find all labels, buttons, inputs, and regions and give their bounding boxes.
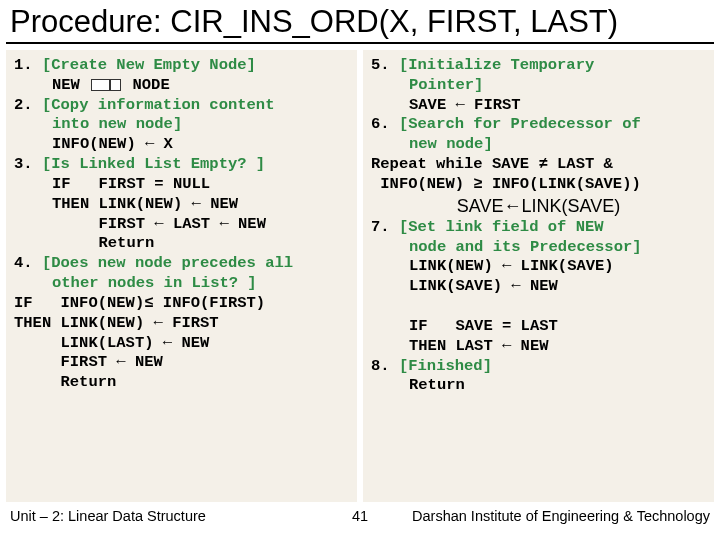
step6-line3: SAVE←LINK(SAVE): [371, 195, 706, 218]
step7-num: 7.: [371, 218, 390, 236]
left-column: 1. [Create New Empty Node] NEW NODE 2. […: [6, 50, 357, 502]
step1-line1a: NEW: [52, 76, 89, 94]
title-underline: [6, 42, 714, 44]
step7-line2: LINK(SAVE) ← NEW: [371, 277, 706, 297]
step8-line1: Return: [371, 376, 706, 396]
footer-right: Darshan Institute of Engineering & Techn…: [390, 508, 710, 524]
step6-title: [Search for Predecessor of: [399, 115, 641, 133]
step5-line1: SAVE ← FIRST: [371, 96, 706, 116]
step4-title: [Does new node precedes all: [42, 254, 293, 272]
step2-title2: into new node]: [52, 115, 182, 133]
step7-line1: LINK(NEW) ← LINK(SAVE): [371, 257, 706, 277]
step4-line3: LINK(LAST) ← NEW: [14, 334, 349, 354]
step2-line1: INFO(NEW) ← X: [14, 135, 349, 155]
right-column: 5. [Initialize Temporary Pointer] SAVE ←…: [363, 50, 714, 502]
slide-title: Procedure: CIR_INS_ORD(X, FIRST, LAST): [0, 0, 720, 42]
step3-title: [Is Linked List Empty? ]: [42, 155, 265, 173]
columns: 1. [Create New Empty Node] NEW NODE 2. […: [0, 50, 720, 502]
step8-title: [Finished]: [399, 357, 492, 375]
step2-title: [Copy information content: [42, 96, 275, 114]
step4-title2: other nodes in List? ]: [52, 274, 257, 292]
step3-line2: THEN LINK(NEW) ← NEW: [14, 195, 349, 215]
step7-line4: THEN LAST ← NEW: [371, 337, 706, 357]
step5-title: [Initialize Temporary: [399, 56, 594, 74]
step4-line5: Return: [14, 373, 349, 393]
step4-line4: FIRST ← NEW: [14, 353, 349, 373]
step5-num: 5.: [371, 56, 390, 74]
step7-blank: [371, 297, 706, 317]
footer: Unit – 2: Linear Data Structure 41 Darsh…: [0, 502, 720, 524]
step3-line1: IF FIRST = NULL: [14, 175, 349, 195]
footer-left: Unit – 2: Linear Data Structure: [10, 508, 330, 524]
step4-line1: IF INFO(NEW)≤ INFO(FIRST): [14, 294, 349, 314]
step7-title: [Set link field of NEW: [399, 218, 604, 236]
step4-num: 4.: [14, 254, 33, 272]
step1-num: 1.: [14, 56, 33, 74]
step2-num: 2.: [14, 96, 33, 114]
step7-title2: node and its Predecessor]: [409, 238, 642, 256]
step6-num: 6.: [371, 115, 390, 133]
node-icon: [91, 79, 121, 91]
step1-title: [Create New Empty Node]: [42, 56, 256, 74]
step5-title2: Pointer]: [409, 76, 483, 94]
step6-line2: INFO(NEW) ≥ INFO(LINK(SAVE)): [371, 175, 706, 195]
step6-title2: new node]: [409, 135, 493, 153]
step6-line1: Repeat while SAVE ≠ LAST &: [371, 155, 706, 175]
step7-line3: IF SAVE = LAST: [371, 317, 706, 337]
step8-num: 8.: [371, 357, 390, 375]
step1-line1b: NODE: [123, 76, 170, 94]
step4-line2: THEN LINK(NEW) ← FIRST: [14, 314, 349, 334]
slide-number: 41: [330, 508, 390, 524]
step3-line3: FIRST ← LAST ← NEW: [14, 215, 349, 235]
step3-line4: Return: [14, 234, 349, 254]
step3-num: 3.: [14, 155, 33, 173]
